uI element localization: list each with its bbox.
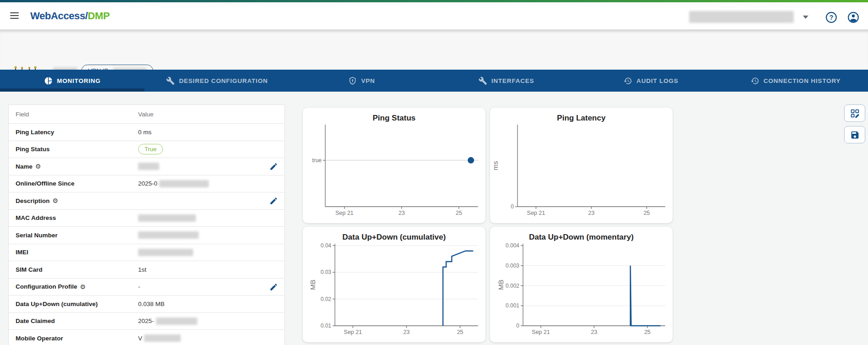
svg-text:ms: ms — [491, 161, 499, 170]
edit-name-button[interactable] — [269, 162, 278, 172]
table-row: Ping Latency0 ms — [9, 123, 284, 141]
help-icon: ? — [825, 11, 837, 23]
save-icon — [850, 130, 860, 140]
account-menu[interactable] — [689, 10, 812, 25]
tab-label: INTERFACES — [491, 77, 534, 84]
pie-chart-icon — [44, 77, 53, 85]
field-value: 0 ms — [138, 129, 151, 136]
shield-key-icon — [348, 77, 357, 85]
field-label: Data Up+Down (cumulative) — [16, 301, 98, 307]
table-header-row: Field Value — [9, 105, 284, 123]
svg-text:0: 0 — [511, 203, 514, 210]
table-row: Ping StatusTrue — [9, 141, 284, 158]
wrench-icon — [166, 77, 175, 85]
table-row: SIM Card1st — [9, 261, 284, 278]
logo-text-primary: WebAccess/ — [30, 10, 88, 22]
field-label: Ping Status — [16, 146, 50, 153]
field-label: Ping Latency — [16, 129, 54, 136]
logo-text-secondary: DMP — [88, 10, 110, 22]
svg-text:Ping Latency: Ping Latency — [557, 114, 606, 122]
app-bar: WebAccess/DMP ? — [0, 2, 868, 30]
field-label: Online/Offline Since — [16, 180, 74, 187]
tab-bar: MONITORINGDESIRED CONFIGURATIONVPNINTERF… — [0, 70, 868, 92]
field-value: 0.038 MB — [138, 301, 165, 307]
svg-text:0.02: 0.02 — [321, 296, 332, 302]
webaccess-dmp-page: WebAccess/DMP ? — [0, 0, 868, 345]
data-up-down-momentary-chart: Data Up+Down (momentary)00.0010.0020.003… — [490, 227, 673, 342]
field-value: V — [138, 335, 142, 342]
gear-icon: ⚙ — [52, 197, 58, 204]
tab-label: AUDIT LOGS — [636, 77, 678, 84]
svg-text:Sep 21: Sep 21 — [527, 210, 545, 216]
svg-text:true: true — [312, 157, 322, 164]
status-badge: True — [138, 144, 163, 154]
monitoring-charts-grid: Ping StatustrueSep 212325Ping Latency0Se… — [303, 108, 673, 342]
svg-text:Sep 21: Sep 21 — [335, 210, 354, 216]
svg-text:Ping Status: Ping Status — [373, 114, 416, 122]
svg-text:MB: MB — [497, 279, 505, 290]
gear-icon: ⚙ — [80, 284, 86, 290]
history-icon — [751, 77, 759, 85]
field-label: Serial Number — [16, 232, 58, 239]
help-button[interactable]: ? — [825, 11, 837, 23]
field-value: 2025-0 — [138, 180, 157, 187]
tab-vpn[interactable]: VPN — [289, 70, 434, 92]
svg-text:0.004: 0.004 — [506, 242, 519, 249]
edit-dashboard-button[interactable] — [844, 104, 865, 122]
redacted-value — [159, 180, 209, 187]
chart-card-data-up-down-cumulative: Data Up+Down (cumulative)0.010.020.030.0… — [303, 227, 485, 342]
field-label: MAC Address — [16, 214, 56, 221]
data-up-down-cumulative-chart: Data Up+Down (cumulative)0.010.020.030.0… — [303, 227, 485, 342]
table-row: IMEI — [9, 244, 284, 261]
redacted-value — [138, 163, 159, 170]
table-row: Description⚙ — [9, 192, 284, 209]
menu-button[interactable] — [10, 12, 20, 20]
tab-desired-configuration[interactable]: DESIRED CONFIGURATION — [145, 70, 289, 92]
table-row: Mobile OperatorV — [9, 329, 284, 345]
field-value: 1st — [138, 266, 146, 273]
svg-text:Data Up+Down (cumulative): Data Up+Down (cumulative) — [342, 233, 445, 241]
edit-icon — [269, 283, 278, 291]
table-row: Data Up+Down (cumulative)0.038 MB — [9, 295, 284, 312]
gear-icon: ⚙ — [35, 163, 41, 170]
edit-description-button[interactable] — [269, 197, 278, 207]
svg-text:0.01: 0.01 — [321, 323, 332, 329]
account-circle-icon — [847, 11, 859, 23]
svg-text:Sep 21: Sep 21 — [532, 329, 550, 335]
device-field-table: Field Value Ping Latency0 msPing StatusT… — [8, 104, 285, 345]
redacted-value — [138, 231, 199, 239]
history-icon — [623, 77, 632, 85]
svg-text:0.04: 0.04 — [321, 242, 332, 249]
svg-text:Data Up+Down (momentary): Data Up+Down (momentary) — [529, 233, 634, 241]
tab-audit-logs[interactable]: AUDIT LOGS — [579, 70, 723, 92]
tab-label: CONNECTION HISTORY — [763, 77, 840, 84]
redacted-value — [156, 318, 197, 325]
svg-text:MB: MB — [309, 279, 317, 290]
tab-interfaces[interactable]: INTERFACES — [434, 70, 579, 92]
field-label: Mobile Operator — [16, 335, 63, 342]
field-label: Description — [16, 197, 50, 204]
dashboard-side-buttons — [844, 104, 865, 143]
table-row: Serial Number — [9, 226, 284, 244]
field-value: - — [138, 283, 140, 290]
tab-connection-history[interactable]: CONNECTION HISTORY — [723, 70, 868, 92]
edit-configuration-profile-button[interactable] — [269, 283, 278, 293]
svg-text:25: 25 — [456, 210, 462, 216]
redacted-value — [138, 214, 196, 222]
svg-text:23: 23 — [588, 210, 595, 216]
field-label: Configuration Profile — [16, 283, 77, 290]
svg-text:25: 25 — [457, 329, 463, 335]
table-row: MAC Address — [9, 209, 284, 227]
field-label: Date Claimed — [16, 318, 55, 324]
profile-button[interactable] — [847, 11, 859, 23]
svg-text:25: 25 — [644, 210, 650, 216]
svg-text:0.002: 0.002 — [506, 283, 519, 289]
device-header-bar: VPN IP: Online Synced VPN Connected ⚙ — [0, 30, 868, 70]
table-row: Online/Offline Since2025-0 — [9, 175, 284, 192]
field-label: IMEI — [16, 249, 28, 256]
svg-text:23: 23 — [591, 329, 597, 335]
save-dashboard-button[interactable] — [844, 126, 865, 143]
chart-card-ping-latency: Ping Latency0Sep 212325ms — [490, 108, 673, 223]
redacted-value — [138, 249, 193, 256]
ping-status-chart: Ping StatustrueSep 212325 — [303, 108, 485, 223]
